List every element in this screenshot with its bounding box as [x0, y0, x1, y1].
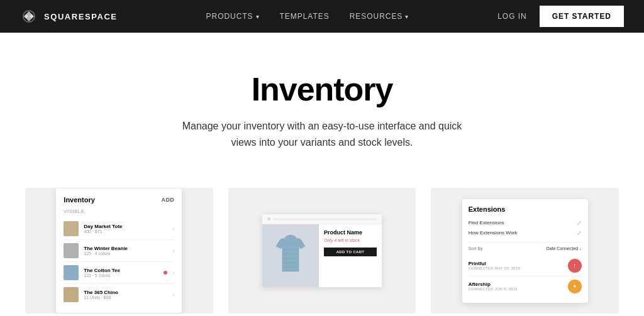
- mock-product-cta: ADD TO CART: [324, 248, 377, 256]
- mock-inv-name-2: The Winter Beanie: [84, 246, 167, 251]
- mock-inv-row-4: The 365 Chino 11 Units · $98 ›: [64, 284, 174, 305]
- nav-resources[interactable]: RESOURCES: [350, 12, 409, 21]
- mock-product-image: [262, 224, 319, 287]
- mock-inv-sku-3: 122 · 5 colors: [84, 273, 158, 278]
- mock-inv-name-1: Day Market Tote: [84, 224, 167, 229]
- mock-ext-link-icon-2: ⤢: [577, 230, 582, 236]
- mock-inv-row-2: The Winter Beanie 325 · 4 colors ›: [64, 240, 174, 262]
- mock-ext-badge-1: ↑: [568, 259, 582, 273]
- mock-product-name: Product Name: [324, 229, 377, 236]
- mock-ext-sort-value: Date Connected ↓: [547, 246, 582, 251]
- feature-api: Extensions Find Extensions ⤢ How Extensi…: [431, 188, 619, 316]
- mock-inv-title: Inventory: [64, 196, 95, 204]
- mock-inv-sku-4: 11 Units · $98: [84, 295, 167, 300]
- mock-ext-app-name-1: Printful: [469, 261, 563, 266]
- logo-text: SQUARESPACE: [44, 12, 118, 21]
- mock-inv-name-3: The Cotton Tee: [84, 268, 158, 273]
- hero-section: Inventory Manage your inventory with an …: [0, 33, 644, 175]
- mock-product-ui: Product Name Only 4 left in stock ADD TO…: [262, 214, 382, 287]
- mock-inv-sku-2: 325 · 4 colors: [84, 251, 167, 256]
- mock-inv-thumb-1: [64, 221, 79, 236]
- mock-product-nav: [262, 214, 382, 224]
- mock-ext-sort: Sort By Date Connected ↓: [469, 246, 582, 251]
- nav-templates[interactable]: TEMPLATES: [280, 12, 330, 21]
- mock-product-availability: Only 4 left in stock: [324, 238, 377, 242]
- login-link[interactable]: LOG IN: [497, 12, 526, 21]
- mock-ext-how: How Extensions Work ⤢: [469, 228, 582, 238]
- feature-image-inventory: Inventory ADD VISIBLE Day Market Tote 40…: [25, 188, 213, 313]
- mock-inv-row-3: The Cotton Tee 122 · 5 colors ›: [64, 262, 174, 284]
- mock-ext-app-1: Printful CONNECTED MAY 20, 2019 ↑: [469, 256, 582, 276]
- mock-ext-title: Extensions: [469, 205, 582, 213]
- mock-inv-add: ADD: [161, 197, 174, 203]
- mock-inv-dot: [164, 271, 167, 275]
- mock-inv-thumb-4: [64, 287, 79, 302]
- mock-inventory-ui: Inventory ADD VISIBLE Day Market Tote 40…: [56, 188, 182, 313]
- mock-ext-app-date-2: CONNECTED JUN 5, 2019: [469, 287, 563, 291]
- logo[interactable]: SQUARESPACE: [20, 8, 118, 25]
- mock-inv-sku-1: 400 · $71: [84, 229, 167, 234]
- squarespace-logo-icon: [20, 8, 38, 25]
- mock-ext-badge-2: ●: [568, 280, 582, 293]
- mock-inv-label: VISIBLE: [64, 209, 174, 214]
- mock-inv-name-4: The 365 Chino: [84, 290, 167, 295]
- mock-inv-arrow-3: ›: [172, 270, 174, 276]
- mock-ext-link-icon-1: ⤢: [577, 220, 582, 226]
- feature-notifications: Product Name Only 4 left in stock ADD TO…: [228, 188, 416, 316]
- mock-inv-row-1: Day Market Tote 400 · $71 ›: [64, 218, 174, 240]
- mock-inv-thumb-3: [64, 265, 79, 280]
- feature-image-notifications: Product Name Only 4 left in stock ADD TO…: [228, 188, 416, 313]
- nav-actions: LOG IN GET STARTED: [497, 6, 624, 27]
- mock-inv-arrow-4: ›: [172, 291, 174, 298]
- nav-products[interactable]: PRODUCTS: [206, 12, 260, 21]
- mock-ext-divider: [469, 242, 582, 242]
- features-section: Inventory ADD VISIBLE Day Market Tote 40…: [0, 175, 644, 316]
- feature-inventory-panel: Inventory ADD VISIBLE Day Market Tote 40…: [25, 188, 213, 316]
- nav-links: PRODUCTS TEMPLATES RESOURCES: [206, 12, 409, 21]
- mock-ext-app-date-1: CONNECTED MAY 20, 2019: [469, 266, 563, 270]
- mock-ext-app-2: Aftership CONNECTED JUN 5, 2019 ●: [469, 276, 582, 297]
- get-started-button[interactable]: GET STARTED: [540, 6, 624, 27]
- hero-subtitle: Manage your inventory with an easy-to-us…: [171, 118, 473, 150]
- mock-inv-arrow-1: ›: [172, 226, 174, 232]
- mock-ext-find: Find Extensions ⤢: [469, 218, 582, 228]
- feature-image-api: Extensions Find Extensions ⤢ How Extensi…: [431, 188, 619, 313]
- hero-title: Inventory: [13, 70, 631, 108]
- mock-inv-thumb-2: [64, 243, 79, 258]
- mock-extensions-ui: Extensions Find Extensions ⤢ How Extensi…: [462, 199, 588, 303]
- mock-inv-arrow-2: ›: [172, 248, 174, 254]
- main-nav: SQUARESPACE PRODUCTS TEMPLATES RESOURCES…: [0, 0, 644, 33]
- mock-ext-app-name-2: Aftership: [469, 281, 563, 287]
